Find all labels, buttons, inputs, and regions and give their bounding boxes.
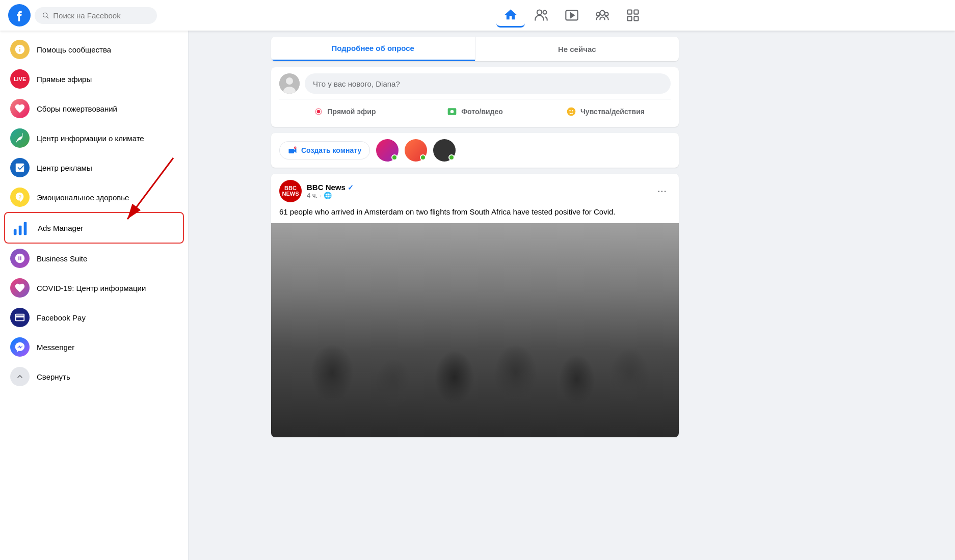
survey-details-button[interactable]: Подробнее об опросе bbox=[271, 37, 475, 61]
sidebar-item-business-suite[interactable]: Business Suite bbox=[4, 244, 184, 273]
sidebar: Помощь сообщества LIVE Прямые эфиры Сбор… bbox=[0, 31, 189, 560]
search-input[interactable] bbox=[53, 11, 150, 20]
live-action-button[interactable]: Прямой эфир bbox=[279, 102, 410, 121]
post-actions: Прямой эфир Фото/видео Чувства/действия bbox=[279, 99, 671, 121]
svg-point-0 bbox=[43, 13, 47, 17]
sidebar-item-emotional[interactable]: Эмоциональное здоровье bbox=[4, 182, 184, 212]
sidebar-item-community-help[interactable]: Помощь сообщества bbox=[4, 35, 184, 64]
photo-action-button[interactable]: Фото/видео bbox=[410, 102, 540, 121]
create-room-button[interactable]: Создать комнату bbox=[279, 141, 370, 159]
post-box-card: Что у вас нового, Diana? Прямой эфир Фот… bbox=[271, 67, 679, 127]
ads-manager-icon bbox=[11, 218, 31, 237]
svg-rect-11 bbox=[628, 16, 632, 20]
svg-point-7 bbox=[596, 12, 600, 16]
news-source-info: BBC News ✓ 4 ч. · 🌐 bbox=[307, 183, 354, 199]
topnav bbox=[0, 0, 955, 31]
svg-rect-28 bbox=[289, 149, 295, 153]
nav-home-button[interactable] bbox=[496, 3, 525, 28]
svg-point-25 bbox=[567, 108, 576, 116]
sidebar-item-live[interactable]: LIVE Прямые эфиры bbox=[4, 64, 184, 94]
sidebar-item-fb-pay[interactable]: Facebook Pay bbox=[4, 303, 184, 332]
svg-rect-9 bbox=[628, 10, 632, 14]
sidebar-item-label: Центр информации о климате bbox=[37, 134, 144, 143]
nav-friends-button[interactable] bbox=[527, 3, 555, 28]
post-placeholder: Что у вас нового, Diana? bbox=[313, 79, 400, 88]
sidebar-item-label: Business Suite bbox=[37, 254, 87, 263]
ad-center-icon bbox=[10, 158, 30, 177]
search-box[interactable] bbox=[35, 7, 157, 24]
sidebar-item-label: Центр рекламы bbox=[37, 164, 92, 172]
svg-rect-10 bbox=[634, 10, 638, 14]
photo-label: Фото/видео bbox=[461, 108, 503, 116]
meta-dot: · bbox=[320, 192, 322, 199]
verified-badge: ✓ bbox=[348, 183, 354, 192]
post-box-top: Что у вас нового, Diana? bbox=[279, 73, 671, 94]
right-panel bbox=[761, 31, 955, 560]
messenger-icon bbox=[10, 337, 30, 357]
svg-marker-29 bbox=[294, 148, 297, 153]
main-layout: Помощь сообщества LIVE Прямые эфиры Сбор… bbox=[0, 31, 955, 560]
svg-rect-14 bbox=[19, 226, 22, 235]
more-options-button[interactable]: ··· bbox=[653, 182, 671, 200]
topnav-left bbox=[8, 4, 197, 26]
crowd-image bbox=[271, 223, 679, 437]
fb-pay-icon bbox=[10, 308, 30, 327]
svg-line-1 bbox=[47, 17, 48, 18]
nav-groups-button[interactable] bbox=[588, 3, 617, 28]
svg-rect-13 bbox=[14, 229, 17, 235]
svg-rect-12 bbox=[634, 16, 638, 20]
covid-icon bbox=[10, 278, 30, 298]
bbc-logo-text: BBCNEWS bbox=[282, 185, 299, 197]
sidebar-item-label: Ads Manager bbox=[38, 224, 83, 232]
sidebar-collapse-button[interactable]: Свернуть bbox=[4, 362, 184, 391]
user-avatar bbox=[279, 73, 300, 94]
svg-point-6 bbox=[600, 11, 604, 15]
create-room-icon bbox=[288, 146, 297, 155]
sidebar-item-label: COVID-19: Центр информации bbox=[37, 284, 146, 292]
feeling-action-button[interactable]: Чувства/действия bbox=[540, 102, 671, 121]
sidebar-item-label: Сборы пожертвований bbox=[37, 104, 117, 113]
main-feed: Подробнее об опросе Не сейчас Что у вас … bbox=[189, 31, 761, 560]
search-icon bbox=[42, 11, 49, 19]
sidebar-item-ad-center[interactable]: Центр рекламы bbox=[4, 153, 184, 182]
business-suite-icon bbox=[10, 249, 30, 268]
nav-gaming-button[interactable] bbox=[619, 3, 647, 28]
room-avatar-3[interactable] bbox=[433, 139, 456, 162]
news-source-name: BBC News ✓ bbox=[307, 183, 354, 192]
nav-watch-button[interactable] bbox=[558, 3, 586, 28]
svg-point-3 bbox=[543, 11, 547, 14]
sidebar-item-ads-manager[interactable]: Ads Manager bbox=[4, 212, 184, 244]
sidebar-item-label: Прямые эфиры bbox=[37, 75, 92, 84]
sidebar-item-fundraisers[interactable]: Сборы пожертвований bbox=[4, 94, 184, 123]
sidebar-item-label: Facebook Pay bbox=[37, 313, 86, 322]
post-input[interactable]: Что у вас нового, Diana? bbox=[305, 73, 671, 94]
svg-rect-15 bbox=[24, 222, 27, 235]
room-avatar-2[interactable] bbox=[405, 139, 427, 162]
fundraisers-icon bbox=[10, 99, 30, 118]
news-image bbox=[271, 223, 679, 437]
news-text: 61 people who arrived in Amsterdam on tw… bbox=[271, 206, 679, 223]
community-help-icon bbox=[10, 40, 30, 59]
climate-icon bbox=[10, 128, 30, 148]
create-room-label: Создать комнату bbox=[301, 146, 361, 154]
svg-point-2 bbox=[537, 10, 542, 15]
survey-dismiss-button[interactable]: Не сейчас bbox=[475, 37, 679, 61]
news-post-card: BBCNEWS BBC News ✓ 4 ч. · 🌐 bbox=[271, 174, 679, 437]
sidebar-item-messenger[interactable]: Messenger bbox=[4, 332, 184, 362]
svg-point-21 bbox=[316, 110, 320, 114]
survey-card: Подробнее об опросе Не сейчас bbox=[271, 37, 679, 61]
sidebar-item-climate[interactable]: Центр информации о климате bbox=[4, 123, 184, 153]
svg-point-27 bbox=[572, 110, 573, 112]
facebook-logo[interactable] bbox=[8, 4, 31, 26]
room-avatar-1[interactable] bbox=[376, 139, 399, 162]
post-time: 4 ч. bbox=[307, 192, 317, 199]
sidebar-item-label: Messenger bbox=[37, 343, 74, 352]
svg-point-19 bbox=[286, 77, 293, 85]
live-icon bbox=[313, 106, 324, 117]
live-label: Прямой эфир bbox=[328, 108, 376, 116]
live-icon: LIVE bbox=[10, 69, 30, 89]
source-name-text: BBC News bbox=[307, 183, 346, 192]
bbc-logo: BBCNEWS bbox=[279, 180, 302, 202]
emotional-icon bbox=[10, 188, 30, 207]
sidebar-item-covid[interactable]: COVID-19: Центр информации bbox=[4, 273, 184, 303]
